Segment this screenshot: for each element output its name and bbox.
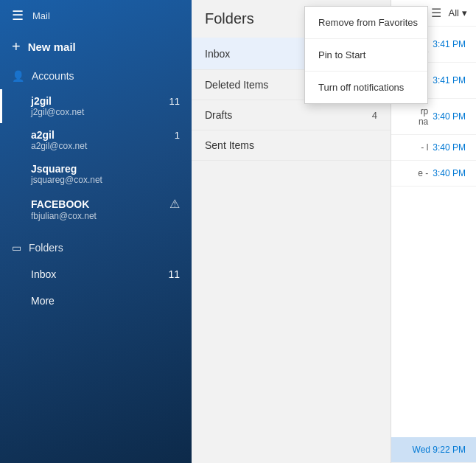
sidebar-folder-inbox-label: Inbox [31, 268, 56, 280]
accounts-person-icon: 👤 [12, 70, 24, 82]
account-name-jsquareg: Jsquareg [31, 163, 77, 175]
account-count-a2gil: 1 [175, 130, 180, 141]
folders-label: Folders [29, 242, 63, 254]
sidebar-folder-inbox-count: 11 [168, 268, 180, 280]
account-item-a2gil[interactable]: a2gil 1 a2gil@cox.net [0, 123, 192, 157]
new-mail-label: New mail [28, 41, 76, 53]
sidebar-folder-more-label: More [31, 295, 55, 307]
email-item-4[interactable]: - l 3:40 PM [391, 135, 476, 161]
filter-icon[interactable]: ☰ [431, 6, 441, 20]
folders-section-header: ▭ Folders [0, 234, 192, 261]
account-item-facebook[interactable]: FACEBOOK ⚠ fbjulian@cox.net [0, 191, 192, 227]
new-mail-button[interactable]: + New mail [0, 31, 192, 63]
context-menu-pin-to-start[interactable]: Pin to Start [305, 38, 427, 71]
folder-sent-label: Sent Items [205, 139, 254, 151]
account-email-a2gil: a2gil@cox.net [31, 141, 180, 151]
sidebar-top: ☰ Mail [0, 0, 192, 31]
sidebar-folder-inbox[interactable]: Inbox 11 [0, 261, 192, 288]
sidebar-folder-more[interactable]: More [0, 288, 192, 314]
email-time-2: 3:41 PM [433, 75, 466, 86]
account-email-facebook: fbjulian@cox.net [31, 211, 180, 221]
email-time-6: Wed 9:22 PM [413, 445, 466, 455]
email-item-3[interactable]: rp na 3:40 PM [391, 99, 476, 135]
context-menu: Remove from Favorites Pin to Start Turn … [304, 6, 428, 104]
context-menu-remove-favorites[interactable]: Remove from Favorites [305, 7, 427, 38]
sidebar: ☰ Mail + New mail 👤 Accounts j2gil 11 j2… [0, 0, 192, 463]
account-item-j2gil[interactable]: j2gil 11 j2gil@cox.net [0, 89, 192, 123]
warning-icon: ⚠ [169, 197, 180, 211]
account-item-jsquareg[interactable]: Jsquareg jsquareg@cox.net [0, 157, 192, 191]
folder-drafts-count: 4 [372, 110, 377, 121]
context-menu-turn-off-notifications[interactable]: Turn off notifications [305, 71, 427, 103]
email-meta-4: - l [421, 142, 428, 153]
email-item-6[interactable]: Wed 9:22 PM [391, 437, 476, 463]
all-filter-label: All [449, 7, 459, 18]
email-time-5: 3:40 PM [433, 168, 466, 178]
account-name-facebook: FACEBOOK [31, 198, 89, 210]
account-email-jsquareg: jsquareg@cox.net [31, 175, 180, 185]
email-time-1: 3:41 PM [433, 39, 466, 49]
accounts-section-header: 👤 Accounts [0, 63, 192, 89]
folder-drafts-label: Drafts [205, 109, 232, 121]
folder-inbox-label: Inbox [205, 48, 230, 60]
email-meta-3: rp na [419, 106, 428, 127]
app-title: Mail [32, 10, 50, 21]
email-meta-5: e - [418, 168, 428, 178]
folder-deleted-label: Deleted Items [205, 79, 268, 91]
folder-list-drafts[interactable]: Drafts 4 [192, 100, 391, 130]
all-filter-dropdown[interactable]: All ▾ [449, 7, 467, 18]
main-area: Folders Inbox ★ 11 Deleted Items Drafts … [192, 0, 476, 463]
account-email-j2gil: j2gil@cox.net [31, 107, 180, 117]
email-time-3: 3:40 PM [433, 111, 466, 122]
account-name-a2gil: a2gil [31, 129, 55, 141]
dropdown-arrow-icon: ▾ [462, 7, 467, 18]
email-time-4: 3:40 PM [433, 142, 466, 153]
account-name-j2gil: j2gil [31, 95, 52, 107]
folders-icon: ▭ [12, 242, 21, 254]
account-count-j2gil: 11 [169, 96, 180, 107]
folder-list-sent[interactable]: Sent Items [192, 130, 391, 161]
accounts-label: Accounts [32, 70, 74, 82]
new-mail-plus-icon: + [12, 38, 21, 55]
email-item-5[interactable]: e - 3:40 PM [391, 161, 476, 187]
hamburger-menu-icon[interactable]: ☰ [12, 9, 24, 22]
